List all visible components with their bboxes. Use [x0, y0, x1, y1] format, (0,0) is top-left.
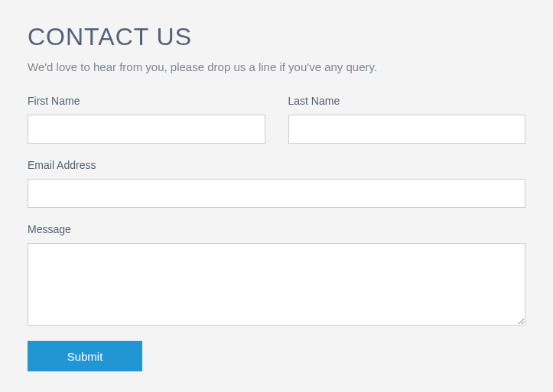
message-label: Message [28, 223, 525, 235]
first-name-group: First Name [28, 95, 265, 144]
last-name-label: Last Name [288, 95, 526, 107]
first-name-label: First Name [28, 95, 265, 107]
last-name-group: Last Name [288, 95, 526, 144]
message-group: Message [28, 223, 525, 326]
message-textarea[interactable] [28, 243, 525, 326]
contact-form: First Name Last Name Email Address Messa… [28, 95, 525, 371]
page-title: CONTACT US [28, 23, 525, 51]
email-label: Email Address [28, 159, 525, 171]
last-name-input[interactable] [288, 115, 526, 144]
first-name-input[interactable] [28, 115, 265, 144]
page-subtitle: We'd love to hear from you, please drop … [28, 60, 525, 73]
submit-button[interactable]: Submit [28, 341, 142, 371]
email-group: Email Address [28, 159, 525, 208]
email-input[interactable] [28, 179, 525, 208]
